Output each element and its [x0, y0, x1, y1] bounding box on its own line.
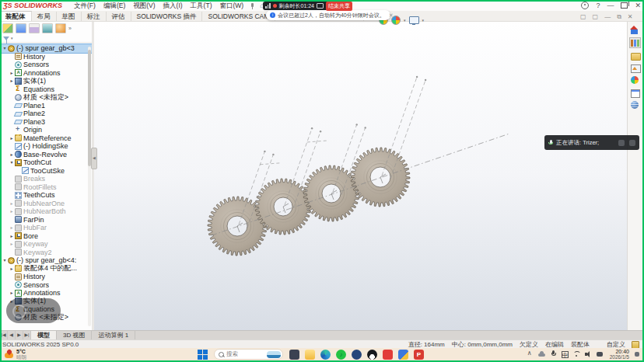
- tree-expand-icon[interactable]: ▾: [2, 44, 8, 52]
- panel-tab-propertymanager[interactable]: [16, 23, 26, 33]
- panel-tab-dimxpertmanager[interactable]: [42, 23, 53, 33]
- tree-item-Equations[interactable]: Equations: [0, 85, 92, 94]
- taskpane-file-explorer-icon[interactable]: [630, 50, 640, 60]
- tab-草图[interactable]: 草图: [57, 12, 82, 21]
- tree-expand-icon[interactable]: ▸: [9, 134, 15, 142]
- clock[interactable]: 20:402026/1/5: [610, 349, 629, 360]
- tray-device-icon[interactable]: [596, 350, 604, 358]
- graphics-viewport[interactable]: [94, 21, 627, 330]
- tree-expand-icon[interactable]: ▸: [9, 77, 15, 85]
- pin-menu-icon[interactable]: [250, 3, 255, 9]
- tree-item-材质-未指定-[interactable]: 材质 <未指定>: [0, 93, 92, 102]
- tree-expand-icon[interactable]: ▸: [9, 240, 15, 248]
- app-file-explorer[interactable]: [305, 350, 315, 360]
- app-red-app[interactable]: [383, 350, 393, 360]
- tray-chevron-up-icon[interactable]: [527, 350, 534, 358]
- tree-expand-icon[interactable]: ▸: [9, 207, 15, 215]
- tree-item-Base-Revolve[interactable]: ▸Base-Revolve: [0, 151, 92, 159]
- app-photos-app[interactable]: [398, 350, 408, 360]
- tree-expand-icon[interactable]: ▸: [9, 232, 15, 240]
- tree-expand-icon[interactable]: ▾: [9, 158, 15, 166]
- tree-item-Annotations[interactable]: ▸Annotations: [0, 69, 92, 78]
- tree-item-Plane3[interactable]: Plane3: [0, 118, 92, 127]
- tree-expand-icon[interactable]: ▸: [9, 200, 15, 207]
- tree-expand-icon[interactable]: ▸: [9, 224, 15, 231]
- reaction-icon[interactable]: [629, 140, 635, 146]
- doc-window-control-1[interactable]: ▢: [593, 13, 599, 20]
- tree-expand-icon[interactable]: ▾: [2, 256, 8, 264]
- taskpane-design-library-icon[interactable]: [630, 38, 640, 47]
- tree-item-MateReference[interactable]: ▸MateReference: [0, 134, 92, 143]
- app-office-red-app[interactable]: P: [414, 350, 424, 360]
- tab-SOLIDWORKS 插件[interactable]: SOLIDWORKS 插件: [131, 12, 203, 21]
- reaction-icon[interactable]: [618, 140, 625, 146]
- end-share-button[interactable]: 结束共享: [326, 2, 352, 11]
- tree-item-Origin[interactable]: Origin: [0, 126, 92, 134]
- tree-item-HubNearBoth[interactable]: ▸HubNearBoth: [0, 207, 92, 216]
- user-account-icon[interactable]: [581, 2, 589, 9]
- panel-tabs-overflow-icon[interactable]: »: [68, 26, 72, 31]
- app-navy-app[interactable]: [352, 350, 362, 360]
- scene-dropdown-icon[interactable]: ▾: [404, 18, 406, 23]
- taskpane-forum-icon[interactable]: [630, 100, 640, 110]
- doc-window-control-0[interactable]: ▢: [580, 13, 586, 20]
- doc-window-control-4[interactable]: ✕: [628, 13, 633, 20]
- tab-SOLIDWORKS CAM[interactable]: SOLIDWORKS CAM: [202, 12, 275, 21]
- restore-button[interactable]: [621, 2, 628, 9]
- panel-splitter[interactable]: [92, 21, 94, 330]
- tree-scrollbar[interactable]: [88, 47, 91, 326]
- tree-item-Plane1[interactable]: Plane1: [0, 102, 92, 110]
- tree-expand-icon[interactable]: ▸: [9, 289, 15, 297]
- tree-item-TeethCuts[interactable]: TeethCuts: [0, 191, 92, 200]
- start-button[interactable]: [198, 350, 208, 360]
- filter-funnel-icon[interactable]: [3, 37, 9, 40]
- tab-装配体[interactable]: 装配体: [0, 11, 32, 21]
- taskpane-custom-properties-icon[interactable]: [630, 88, 640, 97]
- taskbar-search[interactable]: 搜索: [214, 349, 283, 360]
- taskpane-appearances-icon[interactable]: [630, 75, 640, 85]
- tree-item----spur-gear_gb-3[interactable]: ▾(-) spur gear_gb<3: [0, 44, 92, 53]
- tree-item----spur-gear_gb-4-[interactable]: ▾(-) spur gear_gb<4:: [0, 256, 92, 265]
- menu-item-窗口W[interactable]: 窗口(W): [215, 1, 247, 11]
- tree-item-History[interactable]: History: [0, 53, 92, 61]
- tree-item-RootFillets[interactable]: RootFillets: [0, 183, 92, 192]
- menu-item-编辑E[interactable]: 编辑(E): [100, 1, 129, 11]
- view-settings-dropdown-icon[interactable]: ▾: [422, 18, 425, 23]
- tree-expand-icon[interactable]: ▸: [9, 265, 15, 273]
- menu-item-工具T[interactable]: 工具(T): [187, 1, 216, 11]
- tree-item-Sensors[interactable]: Sensors: [0, 61, 92, 69]
- view-settings-icon[interactable]: [409, 16, 419, 24]
- doc-window-control-3[interactable]: ⧉: [617, 13, 621, 21]
- units-icon[interactable]: [632, 341, 639, 349]
- tree-item-Bore[interactable]: ▸Bore: [0, 232, 92, 241]
- search-highlight-thumbnail[interactable]: [267, 351, 281, 358]
- minimize-button[interactable]: —: [607, 0, 614, 11]
- menu-item-插入I[interactable]: 插入(I): [159, 1, 187, 11]
- tree-expand-icon[interactable]: ▸: [9, 151, 15, 158]
- tree-expand-icon[interactable]: ▸: [9, 69, 15, 77]
- tree-item-TooCutSke[interactable]: TooCutSke: [0, 167, 92, 176]
- tray-microphone-icon[interactable]: [550, 350, 558, 358]
- help-button[interactable]: ?: [596, 0, 600, 11]
- tree-item-HubNearOne[interactable]: ▸HubNearOne: [0, 200, 92, 208]
- tree-item-FarPin[interactable]: FarPin: [0, 216, 92, 225]
- tab-评估[interactable]: 评估: [107, 12, 131, 21]
- tree-item-Breaks[interactable]: Breaks: [0, 175, 92, 183]
- tray-ime-icon[interactable]: 中: [562, 351, 569, 358]
- tree-item-History[interactable]: History: [0, 273, 92, 281]
- app-edge-browser[interactable]: [320, 350, 331, 360]
- panel-tab-featuremanager[interactable]: [2, 23, 13, 33]
- notice-close-icon[interactable]: ✕: [389, 12, 394, 19]
- tree-item-装配体4-中的配-[interactable]: ▸装配体4 中的配...: [0, 265, 92, 273]
- panel-tab-displaymanager[interactable]: [55, 23, 66, 33]
- filter-dropdown-icon[interactable]: ▾: [11, 36, 13, 40]
- tab-标注[interactable]: 标注: [82, 12, 107, 21]
- weather-widget[interactable]: 5°C 晴朗: [5, 349, 45, 360]
- taskpane-home-icon[interactable]: [630, 26, 640, 35]
- tray-notification-icon[interactable]: [633, 350, 641, 358]
- panel-tab-configurationmanager[interactable]: [29, 23, 40, 33]
- tree-item-HubFar[interactable]: ▸HubFar: [0, 224, 92, 232]
- panel-collapse-grip[interactable]: ◀: [91, 148, 97, 169]
- menu-item-视图V[interactable]: 视图(V): [129, 1, 159, 11]
- tree-item-Keyway2[interactable]: Keyway2: [0, 249, 92, 257]
